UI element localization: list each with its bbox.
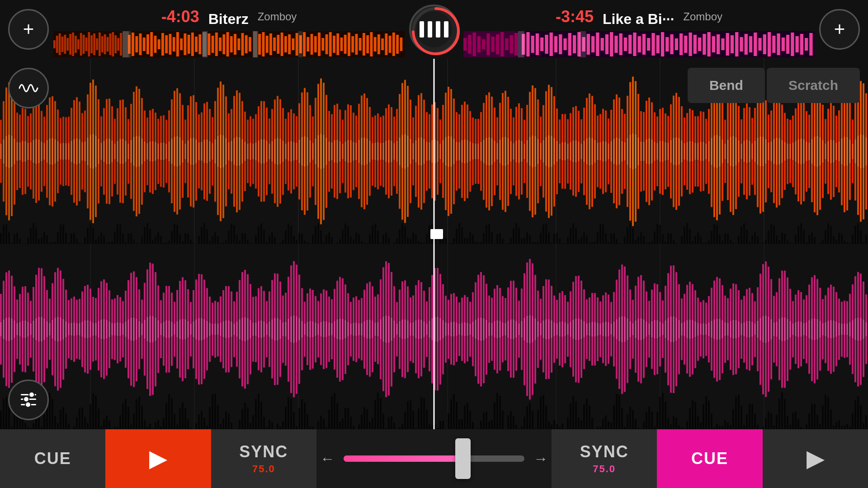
waveform-icon: [17, 77, 40, 99]
svg-rect-171: [758, 38, 761, 51]
play-button-right[interactable]: ▶: [763, 429, 868, 488]
svg-rect-101: [123, 31, 131, 57]
cue-button-left[interactable]: CUE: [0, 429, 105, 488]
sync-button-left[interactable]: SYNC 75.0: [211, 429, 316, 488]
svg-rect-90: [363, 33, 365, 56]
pitch-slider-fill: [344, 455, 470, 462]
sync-label-left: SYNC: [239, 442, 288, 461]
svg-rect-167: [740, 37, 743, 52]
svg-rect-144: [633, 33, 636, 56]
svg-rect-56: [230, 36, 233, 52]
svg-rect-149: [656, 35, 660, 53]
svg-rect-70: [288, 34, 291, 54]
bottom-bar: CUE ▶ SYNC 75.0 ← → SYNC 75.0 CUE ▶: [0, 429, 868, 488]
svg-rect-159: [703, 34, 706, 55]
svg-rect-183: [463, 31, 516, 57]
svg-point-191: [25, 402, 31, 408]
svg-rect-181: [805, 38, 808, 51]
play-button-left[interactable]: ▶: [105, 429, 211, 488]
svg-rect-39: [161, 33, 164, 56]
svg-rect-69: [284, 36, 287, 52]
svg-rect-97: [389, 36, 392, 53]
waveform-view-button[interactable]: [8, 68, 49, 108]
svg-rect-128: [559, 34, 562, 54]
svg-rect-85: [344, 35, 347, 54]
svg-rect-17: [88, 32, 90, 56]
svg-rect-35: [146, 34, 149, 54]
add-left-button[interactable]: +: [8, 9, 49, 50]
track-time-left: -4:03: [161, 7, 199, 26]
pitch-arrow-right[interactable]: →: [530, 447, 552, 471]
svg-rect-61: [249, 37, 251, 52]
svg-rect-33: [139, 33, 142, 55]
play-icon-left: ▶: [149, 446, 167, 471]
svg-rect-127: [554, 36, 557, 52]
bend-button[interactable]: Bend: [688, 68, 765, 103]
svg-rect-8: [64, 35, 66, 54]
svg-rect-29: [120, 33, 122, 56]
mixer-button[interactable]: [8, 380, 49, 420]
svg-rect-86: [348, 33, 350, 56]
svg-rect-169: [749, 36, 752, 52]
svg-rect-52: [215, 33, 218, 56]
svg-rect-184: [518, 31, 524, 57]
scratch-button[interactable]: Scratch: [767, 68, 860, 103]
svg-rect-164: [726, 33, 729, 56]
svg-rect-94: [377, 34, 380, 54]
svg-rect-177: [786, 35, 789, 54]
svg-rect-170: [754, 33, 757, 56]
svg-rect-140: [614, 36, 618, 53]
svg-rect-57: [234, 34, 236, 55]
svg-rect-9: [66, 38, 69, 51]
svg-rect-83: [336, 33, 339, 55]
svg-rect-92: [370, 32, 373, 56]
svg-rect-98: [392, 33, 395, 56]
svg-rect-5: [56, 36, 58, 53]
svg-rect-179: [795, 36, 798, 52]
svg-rect-74: [303, 32, 306, 56]
svg-rect-180: [800, 34, 803, 55]
svg-rect-13: [77, 39, 80, 49]
svg-rect-137: [600, 38, 604, 51]
pause-button[interactable]: [409, 5, 459, 54]
svg-rect-154: [679, 33, 683, 55]
svg-rect-34: [143, 38, 146, 51]
svg-rect-130: [568, 33, 571, 56]
svg-rect-77: [314, 36, 317, 52]
play-icon-right: ▶: [807, 446, 824, 471]
svg-rect-182: [809, 33, 812, 56]
svg-rect-185: [580, 31, 586, 57]
svg-rect-168: [745, 34, 748, 55]
svg-rect-175: [777, 33, 780, 55]
svg-rect-166: [735, 32, 738, 56]
sync-button-right[interactable]: SYNC 75.0: [552, 429, 657, 488]
svg-rect-20: [96, 38, 98, 50]
pitch-arrow-left[interactable]: ←: [316, 447, 338, 471]
svg-rect-146: [642, 34, 646, 55]
svg-rect-141: [619, 33, 623, 55]
svg-rect-145: [638, 36, 641, 52]
svg-rect-136: [596, 33, 599, 56]
svg-rect-55: [226, 32, 229, 56]
svg-rect-18: [90, 35, 93, 53]
svg-rect-151: [665, 37, 669, 52]
svg-rect-99: [396, 35, 399, 54]
svg-rect-153: [675, 38, 678, 50]
svg-rect-165: [731, 35, 734, 53]
svg-rect-64: [266, 36, 269, 53]
add-right-button[interactable]: +: [819, 9, 860, 50]
svg-rect-147: [647, 38, 650, 51]
track-artist-left: Zomboy: [258, 10, 297, 23]
svg-rect-96: [385, 33, 387, 55]
svg-rect-150: [661, 32, 664, 56]
svg-rect-72: [296, 33, 298, 56]
cue-button-right[interactable]: CUE: [657, 429, 762, 488]
svg-rect-142: [624, 38, 627, 51]
svg-rect-80: [326, 34, 328, 54]
pitch-slider-thumb[interactable]: [455, 438, 471, 479]
svg-rect-161: [712, 36, 715, 52]
svg-rect-59: [241, 33, 244, 56]
svg-rect-31: [132, 33, 134, 56]
svg-rect-87: [351, 36, 354, 52]
svg-rect-125: [545, 35, 548, 54]
